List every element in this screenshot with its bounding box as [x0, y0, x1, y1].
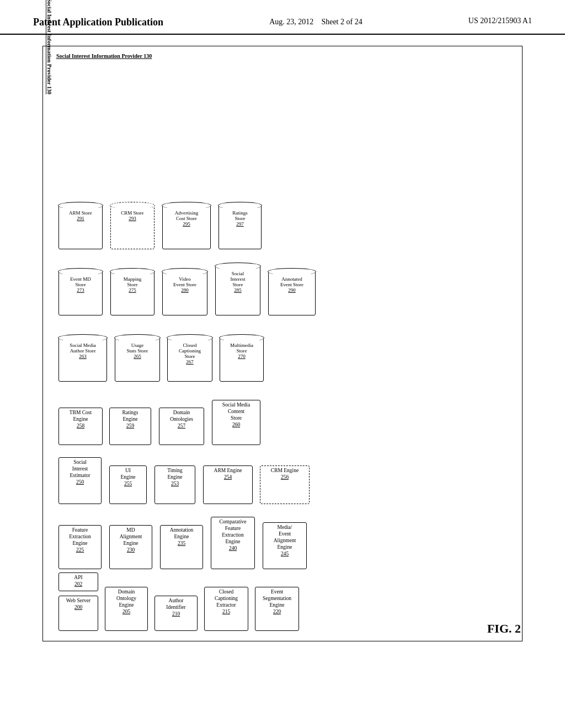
social-media-author-store: Social MediaAuthor Store 263: [58, 338, 107, 382]
video-event-store: VideoEvent Store 280: [162, 271, 207, 315]
ratings-store: RatingsStore 297: [218, 205, 262, 249]
ui-engine-box: UIEngine 255: [109, 465, 147, 504]
crm-engine-box: CRM Engine 256: [260, 465, 310, 504]
usage-stats-store: UsageStats Store 265: [115, 338, 160, 382]
header-center: Aug. 23, 2012 Sheet 2 of 24: [269, 17, 362, 28]
domain-ontologies-box: DomainOntologies 257: [159, 408, 204, 445]
event-md-store: Event MDStore 273: [58, 271, 103, 315]
closed-captioning-extractor-box: ClosedCaptioningExtractor 215: [204, 587, 248, 631]
arm-engine-box: ARM Engine 254: [203, 465, 253, 504]
patent-number: US 2012/215903 A1: [468, 17, 532, 25]
event-segmentation-box: EventSegmentationEngine 220: [255, 587, 299, 631]
ratings-engine-box: RatingsEngine 259: [109, 408, 151, 445]
advertising-cost-store: AdvertisingCost Store 295: [162, 205, 211, 249]
api-box: API 202: [58, 572, 98, 591]
arm-store: ARM Store 291: [58, 205, 103, 249]
main-content: Social Interest Information Provider 130…: [0, 35, 565, 652]
md-alignment-box: MDAlignmentEngine 230: [109, 525, 152, 569]
mapping-store: MappingStore 275: [110, 271, 154, 315]
diagram-container: Social Interest Information Provider 130…: [42, 46, 523, 641]
media-event-alignment-box: Media/EventAlignmentEngine 245: [263, 522, 307, 569]
page-header: Patent Application Publication Aug. 23, …: [0, 0, 565, 35]
timing-engine-box: TimingEngine 253: [154, 465, 195, 504]
multimedia-store: MultimediaStore 270: [220, 338, 264, 382]
diagram-label: Social Interest Information Provider 130: [45, 0, 54, 344]
crm-store: CRM Store 293: [110, 205, 154, 249]
feature-extraction-box: FeatureExtractionEngine 225: [58, 525, 102, 569]
fig-label: FIG. 2: [487, 622, 521, 636]
social-interest-estimator-box: SocialInterestEstimator 250: [58, 457, 102, 504]
social-media-content-store-box: Social MediaContentStore 260: [212, 400, 260, 445]
web-server-box: Web Server 200: [58, 596, 98, 631]
closed-captioning-store: ClosedCaptioningStore 267: [167, 338, 212, 382]
tbm-cost-engine-box: TBM CostEngine 258: [58, 408, 103, 445]
author-identifier-box: AuthorIdentifier 210: [154, 596, 198, 631]
comparative-feature-box: ComparativeFeatureExtractionEngine 240: [211, 517, 255, 569]
social-interest-store: SocialInterestStore 285: [215, 266, 260, 315]
annotation-box: AnnotationEngine 235: [160, 525, 203, 569]
domain-ontology-box: DomainOntologyEngine 205: [105, 587, 148, 631]
annotated-event-store: AnnotatedEvent Store 290: [268, 271, 316, 315]
inner-diagram-label: Social Interest Information Provider 130: [56, 53, 152, 59]
